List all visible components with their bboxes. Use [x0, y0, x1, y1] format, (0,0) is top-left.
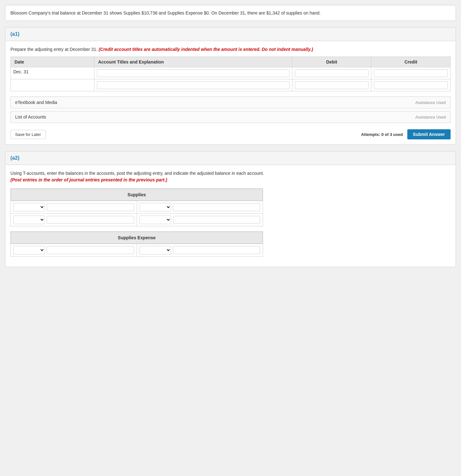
supplies-left-select-1[interactable]: Bal. Adj. Exp. [13, 203, 45, 211]
account-input-1[interactable] [97, 69, 290, 77]
supplies-expense-right-input-1[interactable] [173, 246, 260, 254]
credit-cell-2 [371, 79, 451, 91]
supplies-row-1: Bal. Adj. Exp. Bal. Adj. Exp. [11, 201, 263, 214]
supplies-left-input-2[interactable] [47, 216, 134, 224]
debit-input-2[interactable] [295, 81, 369, 89]
supplies-expense-header: Supplies Expense [11, 232, 263, 244]
supplies-right-input-1[interactable] [173, 203, 260, 211]
supplies-right-1: Bal. Adj. Exp. [137, 201, 263, 213]
journal-table: Date Account Titles and Explanation Debi… [10, 57, 451, 91]
a2-label: (a2) [10, 155, 19, 161]
credit-cell-1 [371, 67, 451, 79]
supplies-expense-left-input-1[interactable] [47, 246, 134, 254]
supplies-expense-left-select-1[interactable]: Bal. Adj. Exp. [13, 246, 45, 254]
etextbook-label: eTextbook and Media [15, 100, 57, 105]
supplies-right-select-1[interactable]: Bal. Adj. Exp. [140, 203, 171, 211]
header-debit: Debit [292, 57, 371, 67]
a2-body: Using T-accounts, enter the balances in … [5, 165, 456, 267]
journal-header-row: Date Account Titles and Explanation Debi… [11, 57, 451, 67]
supplies-t-account: Supplies Bal. Adj. Exp. [10, 188, 263, 226]
supplies-left-2: Bal. Adj. Exp. [11, 214, 137, 226]
date-cell-2 [11, 79, 94, 91]
header-credit: Credit [371, 57, 451, 67]
date-value-1: Dec. 31 [13, 69, 28, 74]
problem-description: Blossom Company's trial balance at Decem… [10, 10, 451, 15]
a2-instruction: Using T-accounts, enter the balances in … [10, 170, 451, 183]
journal-row-2 [11, 79, 451, 91]
a1-body: Prepare the adjusting entry at December … [5, 41, 456, 145]
journal-row-1: Dec. 31 [11, 67, 451, 79]
account-cell-1 [94, 67, 292, 79]
supplies-rows: Bal. Adj. Exp. Bal. Adj. Exp. [11, 201, 263, 226]
supplies-left-select-2[interactable]: Bal. Adj. Exp. [13, 216, 45, 224]
supplies-left-1: Bal. Adj. Exp. [11, 201, 137, 213]
date-cell-1: Dec. 31 [11, 67, 94, 79]
account-cell-2 [94, 79, 292, 91]
debit-cell-1 [292, 67, 371, 79]
header-account: Account Titles and Explanation [94, 57, 292, 67]
etextbook-assistance: Assistance Used [415, 100, 446, 105]
a1-instruction: Prepare the adjusting entry at December … [10, 46, 451, 53]
supplies-right-2: Bal. Adj. Exp. [137, 214, 263, 226]
section-a2: (a2) Using T-accounts, enter the balance… [5, 151, 456, 267]
credit-input-1[interactable] [374, 69, 448, 77]
problem-card: Blossom Company's trial balance at Decem… [5, 5, 456, 21]
supplies-row-2: Bal. Adj. Exp. Bal. Adj. Exp. [11, 214, 263, 226]
a1-instruction-italic: (Credit account titles are automatically… [99, 47, 313, 52]
right-controls: Attempts: 0 of 3 used Submit Answer [361, 129, 451, 139]
supplies-left-input-1[interactable] [47, 203, 134, 211]
account-input-2[interactable] [97, 81, 290, 89]
supplies-expense-right-select-1[interactable]: Bal. Adj. Exp. [140, 246, 171, 254]
supplies-header: Supplies [11, 189, 263, 201]
section-a1: (a1) Prepare the adjusting entry at Dece… [5, 27, 456, 145]
list-accounts-helper[interactable]: List of Accounts Assistance Used [10, 111, 451, 123]
attempts-text: Attempts: 0 of 3 used [361, 132, 403, 137]
list-accounts-assistance: Assistance Used [415, 115, 446, 119]
supplies-expense-rows: Bal. Adj. Exp. Bal. Adj. Exp. [11, 244, 263, 256]
header-date: Date [11, 57, 94, 67]
supplies-expense-right-1: Bal. Adj. Exp. [137, 244, 263, 256]
credit-input-2[interactable] [374, 81, 448, 89]
a2-instruction-italic: (Post entries in the order of journal en… [10, 177, 167, 182]
a2-header: (a2) [5, 151, 456, 165]
supplies-right-input-2[interactable] [173, 216, 260, 224]
a1-label: (a1) [10, 31, 19, 37]
supplies-right-select-2[interactable]: Bal. Adj. Exp. [140, 216, 171, 224]
a2-instruction-main: Using T-accounts, enter the balances in … [10, 171, 264, 176]
supplies-expense-row-1: Bal. Adj. Exp. Bal. Adj. Exp. [11, 244, 263, 256]
a1-header: (a1) [5, 27, 456, 41]
supplies-expense-t-account: Supplies Expense Bal. Adj. Exp. [10, 231, 263, 257]
supplies-expense-left-1: Bal. Adj. Exp. [11, 244, 137, 256]
a1-instruction-main: Prepare the adjusting entry at December … [10, 47, 98, 52]
debit-input-1[interactable] [295, 69, 369, 77]
a1-bottom-bar: Save for Later Attempts: 0 of 3 used Sub… [10, 125, 451, 139]
list-accounts-label: List of Accounts [15, 114, 46, 119]
save-later-button[interactable]: Save for Later [10, 130, 46, 139]
debit-cell-2 [292, 79, 371, 91]
submit-answer-button[interactable]: Submit Answer [407, 129, 451, 139]
etextbook-helper[interactable]: eTextbook and Media Assistance Used [10, 96, 451, 108]
